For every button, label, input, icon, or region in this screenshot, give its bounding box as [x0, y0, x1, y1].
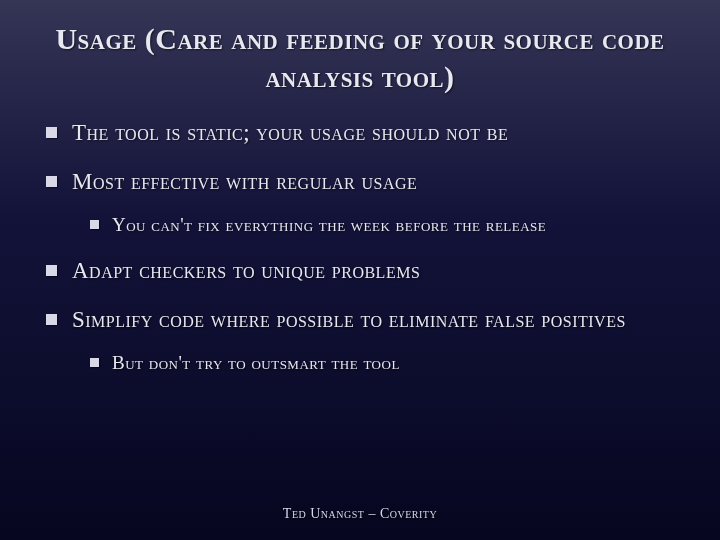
sub-bullet-text: You can't fix everything the week before… — [112, 214, 546, 235]
slide-title: Usage (Care and feeding of your source c… — [40, 20, 680, 95]
sub-bullet-list: But don't try to outsmart the tool — [90, 351, 680, 376]
sub-bullet-text: But don't try to outsmart the tool — [112, 352, 400, 373]
bullet-item: Most effective with regular usage You ca… — [46, 168, 680, 237]
sub-bullet-item: You can't fix everything the week before… — [90, 213, 680, 238]
slide-footer: Ted Unangst – Coverity — [0, 506, 720, 522]
bullet-item: Simplify code where possible to eliminat… — [46, 306, 680, 375]
slide: Usage (Care and feeding of your source c… — [0, 0, 720, 540]
bullet-item: The tool is static; your usage should no… — [46, 119, 680, 148]
bullet-text: Most effective with regular usage — [72, 169, 417, 194]
bullet-item: Adapt checkers to unique problems — [46, 257, 680, 286]
bullet-text: Simplify code where possible to eliminat… — [72, 307, 626, 332]
bullet-text: The tool is static; your usage should no… — [72, 120, 508, 145]
bullet-text: Adapt checkers to unique problems — [72, 258, 420, 283]
sub-bullet-item: But don't try to outsmart the tool — [90, 351, 680, 376]
bullet-list: The tool is static; your usage should no… — [40, 119, 680, 375]
sub-bullet-list: You can't fix everything the week before… — [90, 213, 680, 238]
